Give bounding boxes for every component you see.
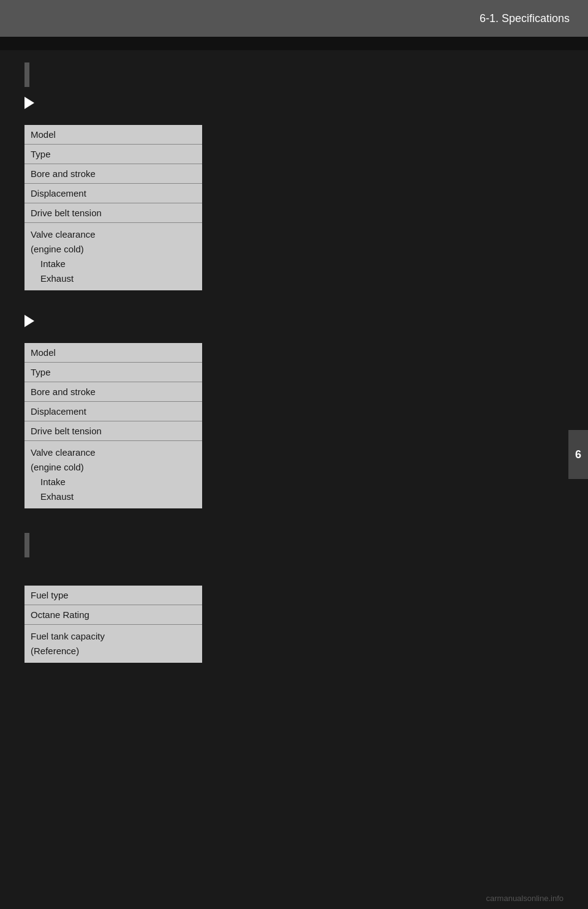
table-row: Drive belt tension <box>24 421 202 441</box>
cell-bore-stroke-2: Bore and stroke <box>24 382 202 402</box>
cell-drive-belt-2: Drive belt tension <box>24 421 202 441</box>
cell-model-1: Model <box>24 125 202 145</box>
table-row: Displacement <box>24 402 202 421</box>
engine-table-2: Model Type Bore and stroke Displacement … <box>24 343 202 508</box>
engine-table-1: Model Type Bore and stroke Displacement … <box>24 125 202 290</box>
cell-exhaust-2: Exhaust <box>31 491 74 502</box>
cell-intake-2: Intake <box>31 477 66 487</box>
cell-exhaust-1: Exhaust <box>31 273 74 284</box>
fuel-section: Fuel type Octane Rating Fuel tank capaci… <box>24 533 564 663</box>
table-row: Bore and stroke <box>24 164 202 184</box>
dark-strip <box>0 37 588 50</box>
table-row: Fuel tank capacity (Reference) <box>24 625 202 663</box>
cell-intake-1: Intake <box>31 258 66 269</box>
cell-fuel-tank-capacity: Fuel tank capacity (Reference) <box>24 625 202 663</box>
cell-bore-stroke-1: Bore and stroke <box>24 164 202 184</box>
table-row: Valve clearance (engine cold) Intake Exh… <box>24 441 202 509</box>
right-tab: 6 <box>568 430 588 479</box>
table-row: Fuel type <box>24 586 202 605</box>
table-row: Displacement <box>24 184 202 203</box>
engine-section-2: Model Type Bore and stroke Displacement … <box>24 315 564 508</box>
cell-drive-belt-1: Drive belt tension <box>24 203 202 223</box>
cell-valve-clearance-2: Valve clearance (engine cold) Intake Exh… <box>24 441 202 509</box>
table-row: Valve clearance (engine cold) Intake Exh… <box>24 223 202 291</box>
table-row: Model <box>24 125 202 145</box>
section-marker-1 <box>24 62 29 87</box>
cell-type-2: Type <box>24 363 202 382</box>
main-content: Model Type Bore and stroke Displacement … <box>0 50 588 700</box>
engine-section-1: Model Type Bore and stroke Displacement … <box>24 62 564 290</box>
right-tab-label: 6 <box>575 448 581 461</box>
table-row: Bore and stroke <box>24 382 202 402</box>
table-row: Octane Rating <box>24 605 202 625</box>
cell-fuel-type: Fuel type <box>24 586 202 605</box>
cell-displacement-2: Displacement <box>24 402 202 421</box>
arrow-icon-2 <box>24 315 34 327</box>
fuel-section-spacer <box>24 567 564 586</box>
table-row: Type <box>24 363 202 382</box>
table-row: Type <box>24 145 202 164</box>
arrow-icon-1 <box>24 97 34 109</box>
cell-model-2: Model <box>24 343 202 363</box>
section-marker-fuel <box>24 533 29 557</box>
bottom-watermark: carmanualsonline.info <box>486 894 564 903</box>
cell-displacement-1: Displacement <box>24 184 202 203</box>
table-row: Model <box>24 343 202 363</box>
header-bar: 6-1. Specifications <box>0 0 588 37</box>
table-row: Drive belt tension <box>24 203 202 223</box>
page-title: 6-1. Specifications <box>480 12 570 25</box>
cell-valve-clearance-1: Valve clearance (engine cold) Intake Exh… <box>24 223 202 291</box>
cell-octane-rating: Octane Rating <box>24 605 202 625</box>
cell-type-1: Type <box>24 145 202 164</box>
fuel-table: Fuel type Octane Rating Fuel tank capaci… <box>24 586 202 663</box>
